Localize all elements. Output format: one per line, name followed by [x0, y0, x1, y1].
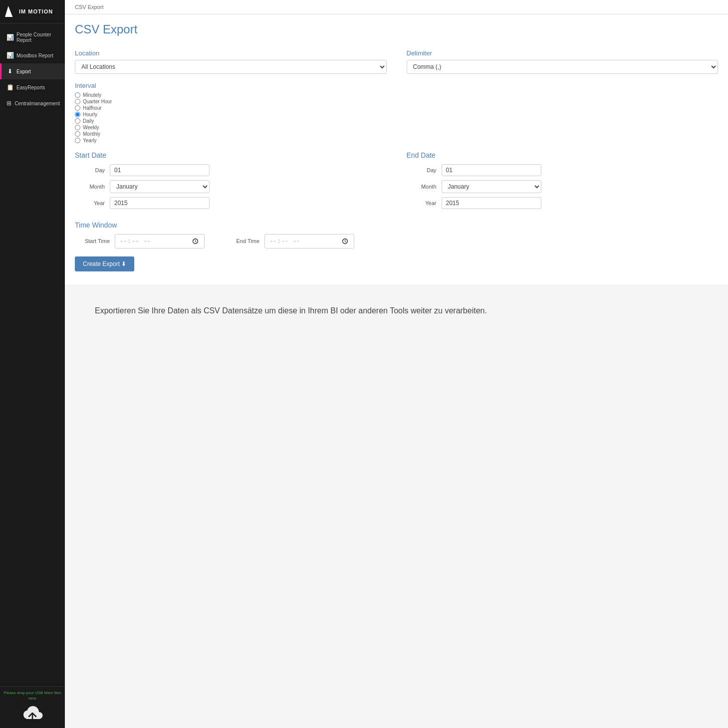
- interval-radio-group: Minutely Quarter Hour Halfhour Hourly Da…: [75, 92, 718, 143]
- interval-minutely-radio[interactable]: [75, 92, 80, 98]
- sidebar-item-moodbox[interactable]: 📊 Moodbox Report: [0, 47, 65, 63]
- interval-section: Interval Minutely Quarter Hour Halfhour …: [75, 82, 718, 143]
- time-row: Start Time End Time: [75, 234, 718, 248]
- interval-weekly-label: Weekly: [83, 125, 99, 130]
- usb-text: Please drop your USB Mem files here: [3, 691, 62, 701]
- delimiter-select[interactable]: Comma (,) Semicolon (;) Tab: [407, 60, 719, 74]
- end-time-input[interactable]: [264, 234, 354, 248]
- moodbox-icon: 📊: [6, 52, 13, 59]
- form-area: Location All Locations Delimiter Comma (…: [65, 44, 728, 276]
- sidebar: IM MOTION 📊 People Counter Report 📊 Mood…: [0, 0, 65, 728]
- time-window-section: Time Window Start Time End Time: [75, 221, 718, 248]
- end-date-year-row: Year: [407, 197, 719, 209]
- end-date-day-row: Day: [407, 164, 719, 176]
- logo-area: IM MOTION: [0, 0, 65, 23]
- start-time-field: Start Time: [75, 234, 205, 248]
- end-day-label: Day: [407, 167, 437, 173]
- breadcrumb: CSV Export: [65, 0, 728, 14]
- info-text: Exportieren Sie Ihre Daten als CSV Daten…: [95, 304, 698, 317]
- end-year-input[interactable]: [442, 197, 541, 209]
- page-header: CSV Export: [65, 14, 728, 44]
- sidebar-item-easyreports[interactable]: 📋 EasyReports: [0, 79, 65, 95]
- sidebar-item-label: EasyReports: [16, 85, 45, 90]
- start-month-select[interactable]: JanuaryFebruaryMarch AprilMayJune JulyAu…: [110, 180, 210, 193]
- interval-minutely-label: Minutely: [83, 92, 101, 98]
- sidebar-item-label: Centralmanagement: [14, 101, 60, 106]
- location-col: Location All Locations: [75, 49, 387, 74]
- start-time-input[interactable]: [115, 234, 205, 248]
- start-date-year-row: Year: [75, 197, 387, 209]
- interval-daily-label: Daily: [83, 118, 94, 124]
- start-date-month-row: Month JanuaryFebruaryMarch AprilMayJune …: [75, 180, 387, 193]
- interval-hourly[interactable]: Hourly: [75, 112, 718, 117]
- create-export-button[interactable]: Create Export ⬇: [75, 256, 134, 271]
- end-date-title: End Date: [407, 151, 719, 159]
- centralmanagement-icon: ⊞: [6, 100, 11, 107]
- sidebar-item-label: People Counter Report: [16, 32, 60, 43]
- page-title: CSV Export: [75, 22, 718, 36]
- start-month-label: Month: [75, 184, 105, 190]
- sidebar-item-export[interactable]: ⬇ Export: [0, 63, 65, 79]
- end-date-month-row: Month JanuaryFebruaryMarch AprilMayJune …: [407, 180, 719, 193]
- end-year-label: Year: [407, 200, 437, 206]
- start-date-day-row: Day: [75, 164, 387, 176]
- start-year-input[interactable]: [110, 197, 210, 209]
- interval-yearly-label: Yearly: [83, 138, 96, 143]
- sidebar-nav: 📊 People Counter Report 📊 Moodbox Report…: [0, 23, 65, 686]
- info-section: Exportieren Sie Ihre Daten als CSV Daten…: [65, 284, 728, 728]
- sidebar-item-label: Moodbox Report: [16, 53, 53, 58]
- upload-cloud-icon: [20, 704, 45, 724]
- sidebar-item-label: Export: [16, 69, 31, 74]
- interval-halfhour-label: Halfhour: [83, 105, 102, 111]
- interval-quarter-hour[interactable]: Quarter Hour: [75, 99, 718, 104]
- interval-daily[interactable]: Daily: [75, 118, 718, 124]
- interval-monthly[interactable]: Monthly: [75, 131, 718, 137]
- dates-grid: Start Date Day Month JanuaryFebruaryMarc…: [75, 151, 718, 221]
- interval-yearly[interactable]: Yearly: [75, 138, 718, 143]
- interval-quarter-hour-radio[interactable]: [75, 99, 80, 104]
- end-time-label: End Time: [225, 238, 259, 244]
- start-year-label: Year: [75, 200, 105, 206]
- sidebar-item-people-counter[interactable]: 📊 People Counter Report: [0, 27, 65, 47]
- interval-monthly-radio[interactable]: [75, 131, 80, 137]
- end-month-label: Month: [407, 184, 437, 190]
- delimiter-label: Delimiter: [407, 49, 719, 57]
- interval-halfhour[interactable]: Halfhour: [75, 105, 718, 111]
- interval-weekly-radio[interactable]: [75, 125, 80, 130]
- end-date-section: End Date Day Month JanuaryFebruaryMarch …: [407, 151, 719, 213]
- start-date-title: Start Date: [75, 151, 387, 159]
- end-day-input[interactable]: [442, 164, 541, 176]
- svg-rect-0: [29, 721, 36, 722]
- interval-quarter-hour-label: Quarter Hour: [83, 99, 112, 104]
- interval-daily-radio[interactable]: [75, 118, 80, 124]
- start-date-section: Start Date Day Month JanuaryFebruaryMarc…: [75, 151, 387, 213]
- main-content: CSV Export CSV Export Location All Locat…: [65, 0, 728, 728]
- interval-monthly-label: Monthly: [83, 131, 100, 137]
- interval-minutely[interactable]: Minutely: [75, 92, 718, 98]
- interval-hourly-label: Hourly: [83, 112, 97, 117]
- interval-halfhour-radio[interactable]: [75, 105, 80, 111]
- interval-yearly-radio[interactable]: [75, 138, 80, 143]
- logo-icon: [5, 6, 16, 17]
- usb-section: Please drop your USB Mem files here: [0, 686, 65, 728]
- interval-hourly-radio[interactable]: [75, 112, 80, 117]
- location-label: Location: [75, 49, 387, 57]
- start-day-label: Day: [75, 167, 105, 173]
- interval-weekly[interactable]: Weekly: [75, 125, 718, 130]
- easyreports-icon: 📋: [6, 84, 13, 91]
- location-delimiter-row: Location All Locations Delimiter Comma (…: [75, 49, 718, 74]
- start-time-label: Start Time: [75, 238, 110, 244]
- time-window-title: Time Window: [75, 221, 718, 229]
- sidebar-item-centralmanagement[interactable]: ⊞ Centralmanagement: [0, 95, 65, 111]
- delimiter-col: Delimiter Comma (,) Semicolon (;) Tab: [407, 49, 719, 74]
- people-counter-icon: 📊: [6, 34, 13, 41]
- start-day-input[interactable]: [110, 164, 210, 176]
- end-time-field: End Time: [225, 234, 354, 248]
- upload-area[interactable]: [3, 704, 62, 724]
- export-icon: ⬇: [6, 68, 13, 75]
- logo-text: IM MOTION: [19, 8, 53, 14]
- interval-label: Interval: [75, 82, 718, 89]
- location-select[interactable]: All Locations: [75, 60, 387, 74]
- end-month-select[interactable]: JanuaryFebruaryMarch AprilMayJune JulyAu…: [442, 180, 541, 193]
